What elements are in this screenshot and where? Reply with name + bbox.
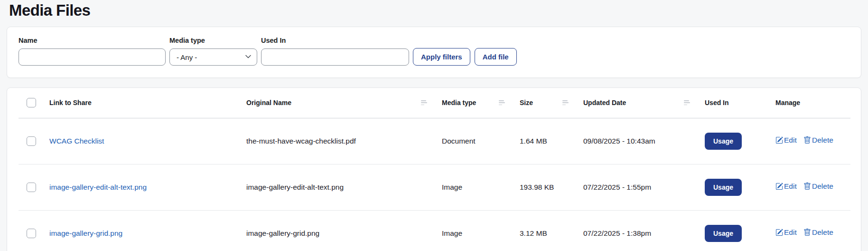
share-link[interactable]: WCAG Checklist	[49, 137, 104, 145]
column-header-size[interactable]: Size	[520, 88, 583, 118]
media-type-select[interactable]: - Any -	[169, 48, 257, 66]
pencil-square-icon	[775, 136, 783, 144]
size-cell: 1.64 MB	[520, 118, 583, 164]
delete-link[interactable]: Delete	[803, 136, 833, 145]
edit-link[interactable]: Edit	[775, 136, 797, 145]
column-header-updated-date[interactable]: Updated Date	[583, 88, 705, 118]
media-type-filter-label: Media type	[169, 37, 261, 44]
media-type-selected-value: - Any -	[177, 53, 197, 61]
delete-link[interactable]: Delete	[803, 182, 833, 191]
used-in-filter-label: Used In	[261, 37, 413, 44]
size-cell: 193.98 KB	[520, 164, 583, 210]
original-name-cell: image-gallery-grid.png	[246, 210, 442, 251]
filter-bar: Name Media type - Any - Used In App	[7, 27, 861, 78]
media-type-cell: Image	[442, 164, 520, 210]
share-link[interactable]: image-gallery-grid.png	[49, 229, 122, 237]
table-row: WCAG Checklist the-must-have-wcag-checkl…	[19, 118, 850, 164]
select-all-checkbox[interactable]	[27, 98, 36, 107]
sort-lines-icon[interactable]	[684, 100, 691, 105]
column-header-manage: Manage	[775, 88, 850, 118]
table-header-row: Link to Share Original Name Media type	[19, 88, 850, 118]
edit-link[interactable]: Edit	[775, 228, 797, 237]
usage-button[interactable]: Usage	[705, 179, 742, 196]
column-header-used-in: Used In	[705, 88, 775, 118]
table-row: image-gallery-edit-alt-text.png image-ga…	[19, 164, 850, 210]
original-name-cell: the-must-have-wcag-checklist.pdf	[246, 118, 442, 164]
media-type-filter-group: Media type - Any -	[169, 37, 261, 66]
updated-date-cell: 09/08/2025 - 10:43am	[583, 118, 705, 164]
media-type-cell: Document	[442, 118, 520, 164]
sort-lines-icon[interactable]	[421, 100, 428, 105]
pencil-square-icon	[775, 183, 783, 190]
column-header-media-type[interactable]: Media type	[442, 88, 520, 118]
name-filter-input[interactable]	[19, 48, 166, 66]
size-cell: 3.12 MB	[520, 210, 583, 251]
sort-lines-icon[interactable]	[562, 100, 569, 105]
table-row: image-gallery-grid.png image-gallery-gri…	[19, 210, 850, 251]
apply-filters-button[interactable]: Apply filters	[413, 48, 470, 66]
used-in-filter-group: Used In	[261, 37, 413, 66]
add-file-button[interactable]: Add file	[475, 48, 517, 66]
media-files-page: Media Files Name Media type - Any -	[0, 0, 868, 251]
used-in-filter-input[interactable]	[261, 48, 409, 66]
media-table-card: Link to Share Original Name Media type	[7, 87, 861, 251]
name-filter-label: Name	[19, 37, 166, 44]
page-title: Media Files	[7, 0, 861, 19]
edit-link[interactable]: Edit	[775, 182, 797, 191]
row-checkbox[interactable]	[27, 183, 36, 192]
original-name-cell: image-gallery-edit-alt-text.png	[246, 164, 442, 210]
updated-date-cell: 07/22/2025 - 1:38pm	[583, 210, 705, 251]
column-header-original-name[interactable]: Original Name	[246, 88, 442, 118]
media-type-cell: Image	[442, 210, 520, 251]
media-files-table: Link to Share Original Name Media type	[19, 88, 850, 251]
trash-icon	[803, 136, 811, 144]
delete-link[interactable]: Delete	[803, 228, 833, 237]
sort-lines-icon[interactable]	[499, 100, 505, 105]
name-filter-group: Name	[19, 37, 166, 66]
trash-icon	[803, 183, 811, 190]
row-checkbox[interactable]	[27, 229, 36, 238]
usage-button[interactable]: Usage	[705, 225, 742, 242]
share-link[interactable]: image-gallery-edit-alt-text.png	[49, 183, 147, 191]
updated-date-cell: 07/22/2025 - 1:55pm	[583, 164, 705, 210]
column-header-link-to-share: Link to Share	[49, 88, 246, 118]
row-checkbox[interactable]	[27, 136, 36, 146]
pencil-square-icon	[775, 229, 783, 236]
trash-icon	[803, 229, 811, 236]
usage-button[interactable]: Usage	[705, 133, 742, 150]
